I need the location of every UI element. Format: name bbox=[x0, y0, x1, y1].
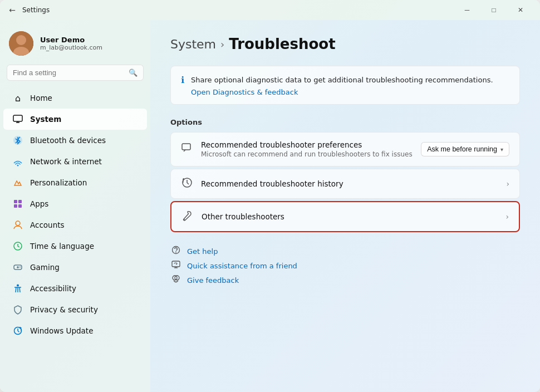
breadcrumb-current: Troubleshoot bbox=[229, 36, 335, 52]
search-box[interactable]: 🔍 bbox=[7, 65, 144, 81]
svg-rect-21 bbox=[182, 144, 190, 150]
breadcrumb-system: System bbox=[170, 37, 216, 51]
sidebar-item-apps[interactable]: Apps bbox=[3, 193, 147, 214]
get-help-item[interactable]: Get help bbox=[170, 246, 520, 257]
svg-point-17 bbox=[19, 267, 21, 268]
wrench-icon bbox=[181, 210, 194, 223]
user-email: m_lab@outlook.com bbox=[40, 44, 141, 51]
personalization-icon bbox=[12, 177, 23, 188]
sidebar: User Demo m_lab@outlook.com 🔍 ⌂ Home bbox=[0, 20, 150, 392]
search-icon: 🔍 bbox=[129, 68, 138, 77]
sidebar-item-label: Apps bbox=[30, 199, 48, 208]
recommended-prefs-desc: Microsoft can recommend and run troubles… bbox=[201, 150, 413, 158]
search-input[interactable] bbox=[13, 68, 124, 77]
apps-icon bbox=[12, 198, 23, 209]
feedback-item[interactable]: Give feedback bbox=[170, 275, 520, 286]
feedback-label: Give feedback bbox=[187, 276, 239, 285]
svg-rect-3 bbox=[13, 115, 22, 121]
breadcrumb-separator: › bbox=[220, 38, 224, 50]
settings-window: ← Settings ─ □ ✕ bbox=[0, 0, 540, 392]
help-links: Get help Quick assistance from a friend bbox=[170, 246, 520, 286]
svg-point-7 bbox=[17, 165, 19, 166]
info-content: Share optional diagnostic data to get ad… bbox=[191, 74, 493, 96]
svg-rect-8 bbox=[14, 200, 17, 203]
recommended-prefs-title: Recommended troubleshooter preferences bbox=[201, 140, 413, 149]
sidebar-item-label: Privacy & security bbox=[30, 305, 98, 314]
quick-assist-icon bbox=[170, 260, 181, 271]
quick-assist-label: Quick assistance from a friend bbox=[187, 262, 297, 270]
sidebar-item-label: Time & language bbox=[30, 242, 94, 251]
info-text: Share optional diagnostic data to get ad… bbox=[191, 76, 493, 84]
quick-assist-item[interactable]: Quick assistance from a friend bbox=[170, 260, 520, 271]
svg-rect-10 bbox=[14, 204, 17, 208]
avatar bbox=[9, 31, 33, 56]
sidebar-item-gaming[interactable]: Gaming bbox=[3, 257, 147, 278]
sidebar-item-network[interactable]: Network & internet bbox=[3, 151, 147, 172]
svg-point-23 bbox=[184, 219, 185, 220]
sidebar-item-label: Bluetooth & devices bbox=[30, 136, 106, 145]
recommended-history-right: › bbox=[506, 179, 509, 188]
recommended-history-text: Recommended troubleshooter history bbox=[201, 179, 498, 188]
minimize-button[interactable]: ─ bbox=[454, 1, 480, 19]
svg-rect-11 bbox=[18, 204, 22, 208]
options-label: Options bbox=[170, 118, 520, 126]
svg-point-1 bbox=[16, 35, 26, 45]
maximize-button[interactable]: □ bbox=[481, 1, 507, 19]
gaming-icon bbox=[12, 262, 23, 273]
breadcrumb: System › Troubleshoot bbox=[170, 36, 520, 52]
chevron-right-icon: › bbox=[506, 179, 509, 188]
titlebar: ← Settings ─ □ ✕ bbox=[0, 0, 540, 20]
svg-point-12 bbox=[16, 221, 20, 226]
sidebar-item-system[interactable]: System bbox=[3, 109, 147, 130]
sidebar-item-label: Windows Update bbox=[30, 326, 93, 335]
info-icon: ℹ bbox=[181, 75, 184, 85]
other-troubleshooters-right: › bbox=[505, 212, 509, 221]
recommended-prefs-card: Recommended troubleshooter preferences M… bbox=[170, 132, 520, 166]
sidebar-item-accessibility[interactable]: Accessibility bbox=[3, 278, 147, 299]
sidebar-item-label: System bbox=[30, 115, 61, 124]
sidebar-item-personalization[interactable]: Personalization bbox=[3, 172, 147, 193]
back-button[interactable]: ← bbox=[7, 4, 18, 16]
user-profile[interactable]: User Demo m_lab@outlook.com bbox=[0, 27, 150, 65]
diagnostics-link[interactable]: Open Diagnostics & feedback bbox=[191, 88, 493, 96]
get-help-label: Get help bbox=[187, 247, 218, 256]
sidebar-item-privacy[interactable]: Privacy & security bbox=[3, 299, 147, 320]
recommended-prefs-item[interactable]: Recommended troubleshooter preferences M… bbox=[171, 133, 519, 166]
feedback-icon bbox=[170, 275, 181, 286]
sidebar-item-home[interactable]: ⌂ Home bbox=[3, 87, 147, 109]
system-icon bbox=[12, 114, 23, 125]
svg-rect-9 bbox=[18, 200, 22, 203]
titlebar-title: Settings bbox=[22, 6, 50, 14]
close-button[interactable]: ✕ bbox=[508, 1, 533, 19]
sidebar-item-time[interactable]: Time & language bbox=[3, 236, 147, 257]
sidebar-item-bluetooth[interactable]: Bluetooth & devices bbox=[3, 130, 147, 151]
content-area: System › Troubleshoot ℹ Share optional d… bbox=[150, 20, 540, 392]
sidebar-item-label: Accounts bbox=[30, 220, 65, 229]
other-troubleshooters-title: Other troubleshooters bbox=[202, 212, 498, 221]
home-icon: ⌂ bbox=[12, 92, 23, 104]
sidebar-item-accounts[interactable]: Accounts bbox=[3, 214, 147, 236]
sidebar-item-label: Personalization bbox=[30, 178, 87, 187]
other-troubleshooters-card: Other troubleshooters › bbox=[170, 201, 520, 232]
chevron-right-icon: › bbox=[505, 212, 509, 221]
update-icon bbox=[12, 325, 23, 336]
recommended-history-title: Recommended troubleshooter history bbox=[201, 179, 498, 188]
privacy-icon bbox=[12, 304, 23, 315]
svg-point-18 bbox=[17, 285, 19, 287]
titlebar-left: ← Settings bbox=[7, 4, 50, 16]
recommended-history-item[interactable]: Recommended troubleshooter history › bbox=[171, 169, 519, 198]
other-troubleshooters-text: Other troubleshooters bbox=[202, 212, 498, 221]
chevron-down-icon: ▾ bbox=[500, 146, 503, 153]
user-info: User Demo m_lab@outlook.com bbox=[40, 36, 141, 51]
main-layout: User Demo m_lab@outlook.com 🔍 ⌂ Home bbox=[0, 20, 540, 392]
get-help-icon bbox=[170, 246, 181, 257]
ask-me-dropdown[interactable]: Ask me before running ▾ bbox=[421, 142, 509, 156]
bluetooth-icon bbox=[12, 135, 23, 146]
history-icon bbox=[181, 177, 193, 190]
sidebar-item-update[interactable]: Windows Update bbox=[3, 320, 147, 341]
svg-point-25 bbox=[175, 252, 176, 253]
other-troubleshooters-item[interactable]: Other troubleshooters › bbox=[171, 202, 519, 231]
chat-icon bbox=[181, 143, 193, 156]
recommended-history-card: Recommended troubleshooter history › bbox=[170, 169, 520, 199]
accounts-icon bbox=[12, 219, 23, 231]
